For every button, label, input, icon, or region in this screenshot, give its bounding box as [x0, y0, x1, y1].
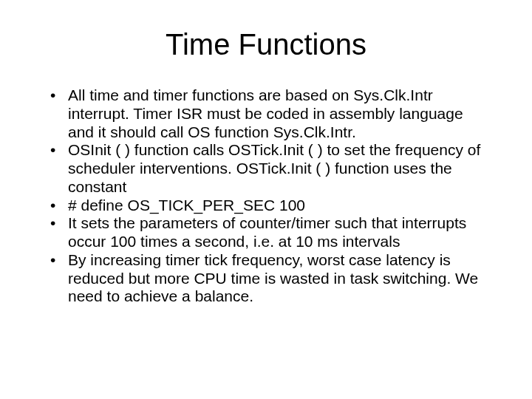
slide-title: Time Functions [44, 28, 488, 61]
list-item: # define OS_TICK_PER_SEC 100 [49, 197, 488, 215]
list-item: It sets the parameters of counter/timer … [49, 214, 488, 251]
list-item: All time and timer functions are based o… [49, 86, 488, 141]
list-item: OSInit ( ) function calls OSTick.Init ( … [49, 141, 488, 196]
list-item: By increasing timer tick frequency, wors… [49, 251, 488, 306]
bullet-list: All time and timer functions are based o… [49, 86, 488, 306]
slide: Time Functions All time and timer functi… [0, 0, 532, 399]
